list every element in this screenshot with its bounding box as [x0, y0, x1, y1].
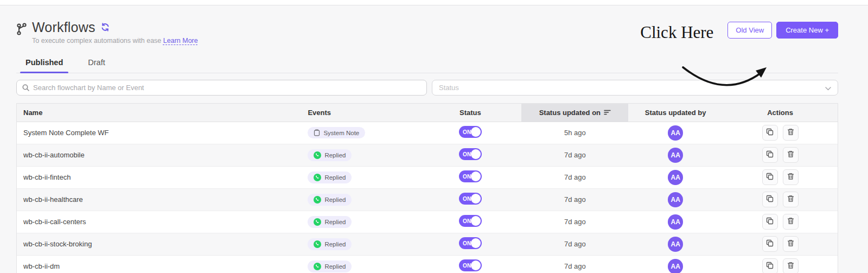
updated-time: 7d ago [564, 262, 586, 270]
column-label: Name [23, 109, 42, 117]
workflow-name[interactable]: wb-cb-ii-automobile [17, 144, 296, 166]
toggle-knob [471, 127, 481, 137]
toggle-on-label: ON [463, 196, 471, 202]
whatsapp-icon [314, 240, 321, 248]
duplicate-button[interactable] [762, 236, 778, 252]
trash-icon [787, 150, 794, 160]
trash-icon [787, 173, 794, 182]
status-toggle[interactable]: ON [459, 126, 482, 138]
workflow-name[interactable]: wb-cb-ii-dm [17, 255, 296, 273]
event-badge: Replied [308, 238, 352, 250]
delete-button[interactable] [783, 192, 799, 207]
workflow-name[interactable]: wb-cb-ii-call-centers [17, 211, 296, 233]
delete-button[interactable] [783, 147, 799, 163]
avatar[interactable]: AA [668, 259, 683, 273]
tab-published[interactable]: Published [24, 53, 64, 73]
whatsapp-icon [314, 151, 321, 159]
click-here-annotation: Click Here [640, 23, 713, 42]
events-cell: Replied [296, 144, 419, 166]
status-toggle[interactable]: ON [459, 215, 482, 227]
old-view-button[interactable]: Old View [727, 22, 772, 39]
delete-button[interactable] [783, 258, 799, 273]
avatar[interactable]: AA [668, 148, 683, 163]
column-header-name[interactable]: Name [17, 104, 296, 122]
learn-more-link[interactable]: Learn More [163, 37, 198, 45]
copy-icon [766, 262, 774, 271]
event-label: Replied [324, 241, 346, 247]
avatar[interactable]: AA [668, 125, 683, 141]
status-toggle[interactable]: ON [459, 193, 482, 205]
duplicate-button[interactable] [762, 147, 778, 163]
status-toggle[interactable]: ON [459, 237, 482, 249]
delete-button[interactable] [783, 214, 799, 230]
whatsapp-icon [314, 218, 321, 226]
column-header-status-updated-by[interactable]: Status updated by [628, 104, 723, 122]
header-actions: Click Here Old View Create New + [640, 22, 838, 42]
column-header-events[interactable]: Events [296, 104, 419, 122]
trash-icon [787, 128, 794, 137]
avatar[interactable]: AA [668, 170, 683, 185]
status-updated-by-cell: AA [628, 233, 723, 255]
actions-cell [723, 188, 838, 211]
status-updated-by-cell: AA [628, 255, 723, 273]
create-new-button[interactable]: Create New + [776, 22, 838, 39]
toggle-knob [471, 261, 481, 270]
avatar[interactable]: AA [668, 214, 683, 230]
table-row[interactable]: System Note Complete WFSystem NoteON5h a… [17, 122, 838, 144]
delete-button[interactable] [783, 169, 799, 185]
workflow-name[interactable]: System Note Complete WF [17, 122, 296, 144]
status-updated-by-cell: AA [628, 166, 723, 188]
table-row[interactable]: wb-cb-ii-fintechRepliedON7d agoAA [17, 166, 838, 188]
table-row[interactable]: wb-cb-ii-healthcareRepliedON7d agoAA [17, 188, 838, 211]
toggle-on-label: ON [463, 263, 471, 269]
status-toggle[interactable]: ON [459, 148, 482, 160]
events-cell: System Note [296, 122, 419, 144]
table-row[interactable]: wb-cb-ii-dmRepliedON7d agoAA [17, 255, 838, 273]
toggle-knob [471, 216, 481, 226]
actions-cell [723, 233, 838, 255]
events-cell: Replied [296, 166, 419, 188]
avatar[interactable]: AA [668, 192, 683, 207]
status-updated-by-cell: AA [628, 144, 723, 166]
search-box[interactable] [16, 80, 427, 96]
actions-cell [723, 122, 838, 144]
status-cell: ON [419, 255, 521, 273]
status-updated-on-cell: 7d ago [521, 188, 628, 211]
workflow-name[interactable]: wb-cb-ii-healthcare [17, 188, 296, 211]
event-badge: Replied [308, 149, 352, 161]
toggle-on-label: ON [463, 218, 471, 224]
status-toggle[interactable]: ON [459, 259, 482, 271]
copy-icon [766, 150, 774, 160]
search-input[interactable] [33, 84, 421, 92]
avatar[interactable]: AA [668, 237, 683, 252]
column-header-status[interactable]: Status [419, 104, 521, 122]
delete-button[interactable] [783, 125, 799, 141]
updated-time: 7d ago [564, 173, 586, 181]
actions-cell [723, 211, 838, 233]
duplicate-button[interactable] [762, 214, 778, 230]
duplicate-button[interactable] [762, 192, 778, 207]
copy-icon [766, 239, 774, 249]
status-updated-on-cell: 5h ago [521, 122, 628, 144]
updated-time: 7d ago [564, 218, 586, 226]
toggle-on-label: ON [463, 240, 471, 246]
duplicate-button[interactable] [762, 258, 778, 273]
table-row[interactable]: wb-cb-ii-stock-brokingRepliedON7d agoAA [17, 233, 838, 255]
duplicate-button[interactable] [762, 169, 778, 185]
column-header-actions[interactable]: Actions [723, 104, 838, 122]
column-header-status-updated-on[interactable]: Status updated on [521, 104, 628, 122]
sort-descending-icon[interactable] [604, 109, 611, 117]
system-note-icon [314, 129, 320, 136]
status-toggle[interactable]: ON [459, 170, 482, 182]
workflow-name[interactable]: wb-cb-ii-stock-broking [17, 233, 296, 255]
table-row[interactable]: wb-cb-ii-call-centersRepliedON7d agoAA [17, 211, 838, 233]
table-row[interactable]: wb-cb-ii-automobileRepliedON7d agoAA [17, 144, 838, 166]
delete-button[interactable] [783, 236, 799, 252]
status-filter-select[interactable]: Status [432, 80, 838, 96]
status-updated-on-cell: 7d ago [521, 144, 628, 166]
table-body: System Note Complete WFSystem NoteON5h a… [17, 122, 838, 273]
duplicate-button[interactable] [762, 125, 778, 141]
refresh-icon[interactable] [101, 23, 110, 34]
tab-draft[interactable]: Draft [87, 53, 106, 73]
workflow-name[interactable]: wb-cb-ii-fintech [17, 166, 296, 188]
